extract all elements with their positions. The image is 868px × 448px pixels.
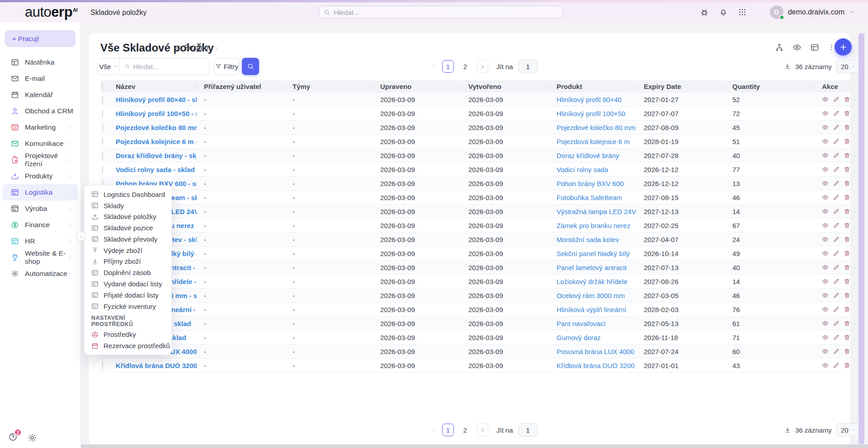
column-header[interactable]: Quantity [725,83,814,90]
view-icon[interactable] [822,166,829,173]
page-size-select[interactable]: 20 [836,423,859,437]
notifications-icon[interactable] [719,8,728,17]
goto-page-input[interactable] [519,423,538,437]
edit-icon[interactable] [833,250,840,257]
product-link[interactable]: Hliníkový profil 80×40 [557,96,622,103]
edit-icon[interactable] [833,292,840,299]
product-link[interactable]: Pojezdová kolejnice 6 m [557,138,630,145]
view-icon[interactable] [822,334,829,341]
product-link[interactable]: Doraz křídlové brány [557,152,619,159]
page-size-select[interactable]: 20 [836,60,859,73]
flyout-item[interactable]: Skladové převody [85,233,171,245]
global-search[interactable] [319,6,563,19]
flyout-item[interactable]: Doplnění zásob [85,267,171,278]
bug-report-icon[interactable] [700,8,709,17]
delete-icon[interactable] [844,152,850,159]
view-icon[interactable] [822,138,829,145]
sidebar-item[interactable]: E-mail [3,70,78,87]
add-record-button[interactable] [835,38,852,56]
flyout-item[interactable]: Skladové pozice [85,222,171,233]
horizontal-scrollbar[interactable] [81,444,868,448]
edit-icon[interactable] [833,320,840,327]
product-link[interactable]: Pant navařovací [557,320,605,327]
flyout-item[interactable]: Fyzické inventury [85,301,171,312]
edit-icon[interactable] [833,138,840,145]
sidebar-item[interactable]: Automatizace [3,266,78,282]
view-icon[interactable] [822,292,829,299]
view-icon[interactable] [822,152,829,159]
page-button-1[interactable]: 1 [442,60,454,73]
item-name-link[interactable]: Hliníkový profil 100×50 - sklad [116,110,197,117]
page-button-2[interactable]: 2 [459,60,471,73]
filters-button[interactable]: Filtry [214,58,240,75]
column-header[interactable]: Upraveno [373,83,461,90]
delete-icon[interactable] [844,166,850,173]
delete-icon[interactable] [844,362,850,369]
delete-icon[interactable] [844,236,850,243]
edit-icon[interactable] [833,334,840,341]
view-icon[interactable] [822,96,829,103]
apps-grid-icon[interactable] [738,8,747,17]
view-icon[interactable] [822,250,829,257]
help-button[interactable]: 2 [8,432,18,443]
flyout-item[interactable]: Vydané dodací listy [85,278,171,289]
row-checkbox[interactable] [102,166,103,173]
product-link[interactable]: Křídlová brána DUO 3200 [557,362,635,369]
view-icon[interactable] [822,348,829,355]
next-page-button[interactable] [476,424,488,436]
sidebar-item[interactable]: Výroba [3,201,78,217]
column-header[interactable]: Produkt [549,83,637,90]
delete-icon[interactable] [844,278,850,285]
row-checkbox[interactable] [102,362,103,369]
sidebar-item[interactable]: Marketing [3,119,78,135]
view-icon[interactable] [822,320,829,327]
vertical-scrollbar[interactable] [859,33,864,445]
delete-icon[interactable] [844,334,850,341]
delete-icon[interactable] [844,348,850,355]
sidebar-item[interactable]: Website & E-shop [3,249,78,266]
product-link[interactable]: Pohon brány BXV 600 [557,180,623,187]
product-link[interactable]: Hliníková výplň lineární [557,306,626,313]
item-name-link[interactable]: Doraz křídlové brány - sklad [116,152,197,159]
search-scope-select[interactable]: Vše [98,58,120,75]
view-icon[interactable] [822,362,829,369]
page-button-2[interactable]: 2 [459,424,471,436]
item-name-link[interactable]: Vodicí rolny sada - sklad [116,166,195,173]
product-link[interactable]: Pojezdové kolečko 80 mm [557,124,636,131]
edit-icon[interactable] [833,180,840,187]
search-submit-button[interactable] [242,58,259,75]
delete-icon[interactable] [844,180,850,187]
product-link[interactable]: Sekční panel hladký bílý [557,250,630,257]
delete-icon[interactable] [844,194,850,201]
export-icon[interactable] [784,63,791,70]
row-checkbox[interactable] [102,138,103,145]
product-link[interactable]: Ložiskový držák hřídele [557,278,627,285]
sidebar-item[interactable]: Kalendář [3,87,78,103]
sidebar-item[interactable]: Obchod a CRM [3,103,78,119]
view-icon[interactable] [822,124,829,131]
item-name-link[interactable]: Křídlová brána DUO 3200 - sklad [116,362,197,369]
more-options-icon[interactable] [828,43,835,52]
product-link[interactable]: Výstražná lampa LED 24V [557,208,636,215]
product-link[interactable]: Hliníkový profil 100×50 [557,110,625,117]
item-name-link[interactable]: Hliníkový profil 80×40 - sklad [116,96,197,103]
row-checkbox[interactable] [102,96,103,103]
sidebar-item[interactable]: Nástěnka [3,54,78,70]
settings-icon[interactable] [28,433,37,443]
delete-icon[interactable] [844,138,850,145]
product-link[interactable]: Posuvná brána LUX 4000 [557,348,634,355]
select-all-checkbox[interactable] [102,83,103,90]
column-header[interactable]: Přiřazený uživatel [197,83,285,90]
app-logo[interactable]: autoerpAI [25,4,77,20]
delete-icon[interactable] [844,124,850,131]
table-search-input[interactable] [133,63,204,70]
page-button-1[interactable]: 1 [442,424,454,436]
account-menu[interactable]: D demo.draivix.com [770,5,854,19]
delete-icon[interactable] [844,292,850,299]
row-checkbox[interactable] [102,124,103,131]
product-link[interactable]: Vodicí rolny sada [557,166,608,173]
product-link[interactable]: Zámek pro branku nerez [557,222,630,229]
flyout-item[interactable]: Příjmy zboží [85,256,171,267]
table-view-icon[interactable] [810,43,819,52]
view-icon[interactable] [822,222,829,229]
